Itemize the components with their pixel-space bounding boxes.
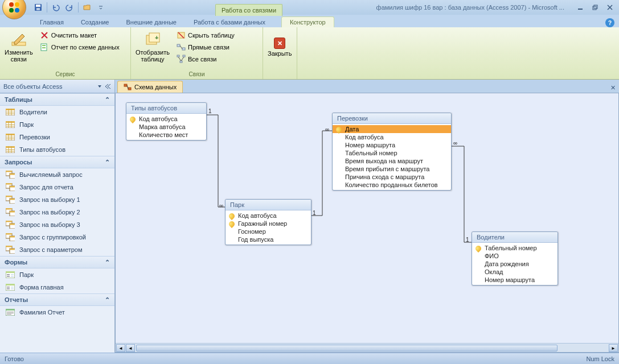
document-close-button[interactable]: ✕ [607, 83, 619, 93]
svg-rect-44 [6, 146, 15, 148]
close-window-button[interactable] [603, 2, 617, 13]
nav-item-query[interactable]: Запрос с группировкой [0, 231, 114, 243]
tab-design[interactable]: Конструктор [281, 16, 334, 27]
svg-rect-95 [128, 88, 131, 90]
horizontal-scrollbar[interactable]: ◄ ◄ ► [116, 343, 618, 352]
table-box-types[interactable]: Типы автобусов Код автобусаМарка автобус… [126, 102, 207, 140]
scroll-left-icon[interactable]: ◄ [116, 344, 125, 352]
table-field[interactable]: Количество проданных билетов [333, 181, 451, 189]
scroll-thumb[interactable] [136, 345, 557, 351]
nav-category-tables[interactable]: Таблицы⌃ [0, 93, 114, 106]
svg-rect-80 [7, 276, 10, 277]
svg-rect-60 [10, 198, 15, 200]
table-box-drivers[interactable]: Водители Табельный номерФИОДата рождения… [472, 231, 558, 286]
table-field[interactable]: Марка автобуса [126, 123, 206, 131]
table-field[interactable]: Время выхода на маршрут [333, 157, 451, 165]
edit-relationships-button[interactable]: Изменить связи [2, 28, 35, 66]
table-field[interactable]: Оклад [472, 268, 557, 276]
svg-line-96 [127, 85, 128, 89]
nav-item-query[interactable]: Запрос с параметром [0, 243, 114, 256]
table-field[interactable]: Гаражный номер [226, 220, 311, 228]
all-relationships-button[interactable]: Все связи [174, 53, 237, 65]
table-field[interactable]: Номер маршрута [333, 141, 451, 149]
svg-point-3 [15, 8, 19, 13]
table-field[interactable]: Дата [333, 125, 451, 133]
svg-rect-85 [7, 287, 10, 288]
svg-rect-26 [6, 109, 15, 110]
tab-database-tools[interactable]: Работа с базами данных [186, 17, 273, 27]
relationships-canvas[interactable]: 1 ∞ 1 ∞ ∞ 1 Типы автобусов Код автобусаМ… [115, 93, 619, 353]
status-numlock: Num Lock [586, 355, 614, 362]
nav-item-table[interactable]: Парк [0, 118, 114, 131]
nav-item-table[interactable]: Водители [0, 106, 114, 118]
table-box-park[interactable]: Парк Код автобусаГаражный номерГосномерГ… [225, 199, 311, 245]
svg-rect-22 [177, 55, 179, 57]
contextual-tab-group: Работа со связями [215, 4, 282, 16]
nav-item-table[interactable]: Типы автобусов [0, 143, 114, 156]
relationship-report-button[interactable]: Отчет по схеме данных [38, 42, 122, 53]
table-field[interactable]: Табельный номер [333, 149, 451, 157]
nav-item-table[interactable]: Перевозки [0, 131, 114, 143]
direct-relationships-button[interactable]: Прямые связи [174, 42, 237, 53]
restore-button[interactable] [588, 2, 602, 13]
nav-item-query[interactable]: Запрос на выборку 2 [0, 206, 114, 218]
table-field[interactable]: Время прибытия с маршрута [333, 165, 451, 173]
table-field[interactable]: Табельный номер [472, 244, 557, 252]
svg-point-1 [15, 2, 19, 7]
collapse-pane-icon[interactable] [104, 83, 111, 90]
close-button[interactable]: ✕ Закрыть [265, 28, 294, 66]
table-field[interactable]: Причина схода с маршрута [333, 173, 451, 181]
nav-item-report[interactable]: Фамилия Отчет [0, 306, 114, 318]
help-button[interactable]: ? [605, 18, 614, 27]
show-table-button[interactable]: + Отобразить таблицу [133, 28, 172, 66]
nav-item-query[interactable]: Запрос на выборку 3 [0, 218, 114, 231]
nav-item-query[interactable]: Запрос на выборку 1 [0, 193, 114, 206]
nav-header[interactable]: Все объекты Access [0, 80, 114, 93]
svg-point-2 [9, 8, 14, 13]
minimize-button[interactable] [573, 2, 587, 13]
nav-item-query[interactable]: Вычисляемый запрос [0, 168, 114, 181]
hide-table-button[interactable]: Скрыть таблицу [174, 30, 237, 41]
svg-rect-5 [36, 5, 40, 7]
nav-item-form[interactable]: Форма главная [0, 281, 114, 293]
nav-category-queries[interactable]: Запросы⌃ [0, 156, 114, 168]
tab-home[interactable]: Главная [32, 17, 72, 27]
table-field[interactable]: Код автобуса [126, 115, 206, 123]
table-field[interactable]: Госномер [226, 228, 311, 235]
workspace: Схема данных ✕ 1 ∞ 1 ∞ ∞ 1 Типы автобусо… [115, 80, 619, 353]
table-field[interactable]: ФИО [472, 252, 557, 260]
open-folder-icon[interactable] [81, 1, 93, 14]
scroll-right-icon[interactable]: ► [609, 344, 618, 352]
qat-customize-icon[interactable] [95, 1, 107, 14]
ribbon-tabs: Главная Создание Внешние данные Работа с… [0, 15, 619, 27]
tab-create[interactable]: Создание [73, 17, 117, 27]
table-field[interactable]: Код автобуса [226, 212, 311, 220]
save-icon[interactable] [32, 1, 44, 14]
table-field[interactable]: Количество мест [126, 131, 206, 139]
nav-item-form[interactable]: Парк [0, 268, 114, 281]
dropdown-icon[interactable] [97, 84, 102, 89]
svg-rect-20 [182, 48, 185, 50]
svg-rect-12 [42, 45, 46, 46]
table-field[interactable]: Год выпуска [226, 235, 311, 243]
svg-text:+: + [155, 34, 158, 41]
document-tab-schema[interactable]: Схема данных [117, 81, 183, 93]
nav-item-query[interactable]: Запрос для отчета [0, 181, 114, 193]
svg-rect-76 [10, 249, 15, 250]
svg-rect-62 [6, 208, 12, 210]
undo-icon[interactable] [50, 1, 62, 14]
nav-category-forms[interactable]: Формы⌃ [0, 256, 114, 268]
tab-external-data[interactable]: Внешние данные [118, 17, 185, 27]
scroll-left-icon[interactable]: ◄ [126, 344, 135, 352]
clear-layout-button[interactable]: Очистить макет [38, 30, 122, 41]
svg-rect-58 [6, 196, 12, 197]
redo-icon[interactable] [63, 1, 76, 14]
table-box-trips[interactable]: Перевозки ДатаКод автобусаНомер маршрута… [332, 113, 452, 191]
table-field[interactable]: Номер маршрута [472, 276, 557, 284]
svg-rect-32 [6, 121, 15, 123]
nav-category-reports[interactable]: Отчеты⌃ [0, 293, 114, 306]
svg-rect-50 [6, 171, 12, 172]
table-field[interactable]: Код автобуса [333, 133, 451, 141]
table-field[interactable]: Дата рождения [472, 260, 557, 268]
svg-rect-24 [180, 61, 182, 63]
